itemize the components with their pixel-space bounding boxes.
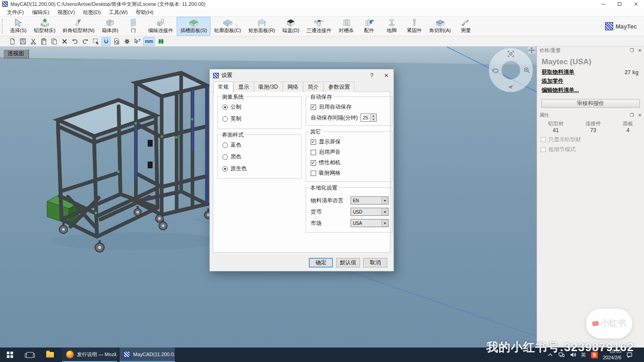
zoom-fit-icon[interactable] (507, 50, 514, 57)
tab-snap3d[interactable]: 吸附/3D (254, 81, 283, 92)
tool-accessory[interactable]: 配件 (358, 17, 380, 36)
edit-bom-link[interactable]: 编辑物料清单... (542, 86, 579, 94)
file-explorer-button[interactable] (40, 348, 60, 362)
tool-contour-panel[interactable]: 轮廓面板(C) (211, 17, 245, 36)
review-quote-button[interactable]: 审核和报价 (541, 99, 640, 108)
enable-autosave-checkbox[interactable]: 启用自动保存 (311, 103, 389, 111)
maytec-logo-icon (605, 22, 613, 30)
currency-select[interactable]: USD▼ (351, 208, 389, 216)
copy-button[interactable] (49, 37, 58, 46)
tool-profile[interactable]: 铝型材(E) (30, 17, 59, 36)
tab-display[interactable]: 显示 (234, 81, 254, 92)
navigation-wheel[interactable] (488, 48, 533, 93)
dialog-close-button[interactable]: ✕ (379, 69, 394, 81)
close-panel-icon[interactable]: ✕ (638, 113, 642, 118)
tool-rect-panel[interactable]: 矩形面板(R) (245, 17, 279, 36)
float-panel-icon[interactable]: ❐ (630, 113, 634, 118)
spin-up-icon[interactable]: ▲ (370, 114, 376, 118)
snap-grid-checkbox[interactable]: 吸附网格 (311, 169, 389, 177)
unit-mm-button[interactable]: mm (143, 37, 155, 46)
radio-native-theme[interactable]: 原生色 (222, 165, 298, 172)
radio-metric[interactable]: 公制 (222, 103, 298, 111)
ok-button[interactable]: 确定 (309, 258, 333, 267)
menu-view[interactable]: 视图(V) (53, 9, 79, 16)
inertia-camera-checkbox[interactable]: 惯性相机 (311, 159, 389, 167)
show-profiles-only-checkbox[interactable]: 只显示铝型材 (541, 136, 644, 143)
snap-magnet-button[interactable] (101, 37, 111, 46)
tray-date: 2024/2/6 (603, 355, 621, 361)
tab-about[interactable]: 简介 (303, 81, 323, 92)
radio-black-theme[interactable]: 黑色 (222, 153, 298, 161)
menu-help[interactable]: 帮助(H) (132, 9, 158, 16)
tab-network[interactable]: 网络 (283, 81, 303, 92)
currency-row: 货币 USD▼ (311, 208, 389, 216)
cut-button[interactable] (29, 37, 38, 46)
autosave-interval-spinner[interactable]: 25 ▲▼ (360, 114, 377, 122)
screensaver-checkbox[interactable]: 显示屏保 (311, 138, 389, 146)
start-button[interactable] (0, 348, 20, 362)
market-select[interactable]: USA▼ (351, 219, 389, 227)
region-select-button[interactable] (91, 37, 100, 46)
low-detail-mode-checkbox[interactable]: 低细节模式 (541, 146, 644, 153)
float-panel-icon[interactable]: ❐ (630, 48, 634, 53)
sound-checkbox[interactable]: 启用声音 (311, 148, 389, 156)
radio-imperial[interactable]: 英制 (222, 115, 298, 123)
redo-button[interactable] (81, 37, 90, 46)
panel-toggle-button[interactable] (156, 37, 165, 46)
minimize-button[interactable] (595, 0, 611, 8)
tool-foot[interactable]: 地脚 (380, 17, 403, 36)
tab-parameters[interactable]: 参数设置 (324, 81, 355, 92)
taskbar-maycad[interactable]: MayCAD(11.200.0... (120, 348, 175, 362)
close-button[interactable]: ✕ (628, 0, 644, 8)
tool-edit-connector[interactable]: 编辑连接件 (144, 17, 177, 36)
orbit-icon[interactable] (491, 67, 499, 74)
menu-file[interactable]: 文件(F) (3, 9, 28, 16)
settings-gear-button[interactable] (122, 37, 131, 46)
taskbar-firefox[interactable]: 发行说明 — Mozil... (62, 348, 117, 362)
delete-button[interactable] (60, 37, 69, 46)
tool-slot-panel[interactable]: 插槽面板(S) (177, 17, 211, 36)
default-button[interactable]: 默认值 (336, 258, 360, 267)
radio-blue-theme[interactable]: 蓝色 (222, 141, 298, 149)
bom-language-select[interactable]: EN▼ (351, 196, 389, 205)
cancel-button[interactable]: 取消 (363, 258, 387, 267)
model-stats: 铝型材41 连接件73 面板4 (537, 120, 644, 133)
save-button[interactable] (18, 37, 27, 46)
menu-tools[interactable]: 工具(W) (105, 9, 132, 16)
tool-miter-cut[interactable]: 角切割(A) (426, 17, 455, 36)
spin-down-icon[interactable]: ▼ (370, 118, 376, 122)
menu-draw[interactable]: 绘图(D) (79, 9, 105, 16)
tool-measure[interactable]: 测量 (454, 17, 477, 36)
tool-seal-strip[interactable]: 封槽条 (335, 17, 358, 36)
tool-fastener[interactable]: 紧固件 (403, 17, 426, 36)
pan-icon[interactable] (528, 47, 535, 54)
tool-select[interactable]: 选择(S) (6, 17, 30, 36)
folder-icon (46, 352, 54, 357)
close-panel-icon[interactable]: ✕ (638, 48, 642, 53)
xiaohongshu-badge: 小红书 (586, 309, 632, 338)
restore-button[interactable] (611, 0, 628, 8)
tool-door[interactable]: 门 (122, 17, 144, 36)
undo-button[interactable] (70, 37, 79, 46)
zoom-icon[interactable] (523, 67, 530, 74)
tab-general[interactable]: 常规 (213, 81, 233, 93)
tool-end-cap[interactable]: 端盖(D) (279, 17, 303, 36)
dialog-help-button[interactable]: ? (365, 69, 379, 81)
task-view-button[interactable] (20, 348, 40, 362)
model-shadow (52, 232, 220, 250)
tool-miter-profile[interactable]: 斜角铝型材(N) (59, 17, 98, 36)
paste-button[interactable] (39, 37, 48, 46)
view-mode-badge[interactable]: 透视图 (3, 49, 29, 58)
new-file-button[interactable] (8, 37, 17, 46)
fly-icon[interactable] (507, 83, 514, 90)
add-part-link[interactable]: 添加零件 (542, 77, 563, 85)
zoom-document-button[interactable] (112, 37, 121, 46)
dialog-icon (213, 73, 219, 78)
context-help-button[interactable]: ? (133, 37, 142, 46)
undo-icon (72, 38, 78, 45)
tool-box[interactable]: 箱体(B) (98, 17, 122, 36)
toolbar-grip[interactable] (2, 19, 5, 33)
tool-t-connector[interactable]: 三通连接件 (303, 17, 335, 36)
get-bom-link[interactable]: 获取物料清单 (542, 68, 574, 76)
menu-edit[interactable]: 编辑(E) (28, 9, 53, 16)
